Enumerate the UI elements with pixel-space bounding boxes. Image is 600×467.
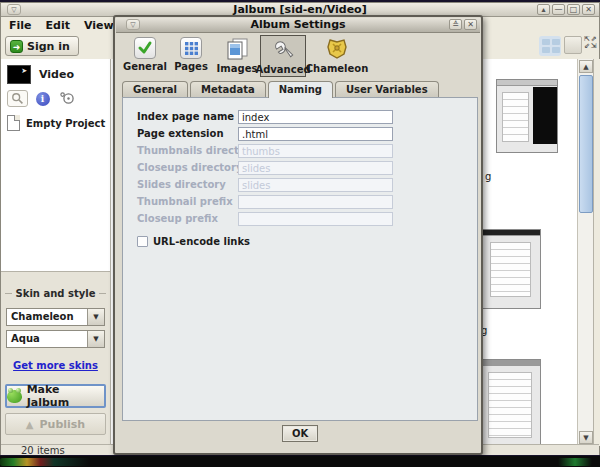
album-settings-dialog: ▽ Album Settings ≙ ✕ General	[113, 15, 483, 455]
window-right-margin	[593, 59, 600, 446]
get-more-skins-link[interactable]: Get more skins	[1, 360, 110, 371]
menu-file[interactable]: File	[9, 19, 32, 32]
item-count: 20 items	[21, 445, 65, 456]
url-encode-label: URL-encode links	[153, 236, 250, 247]
thumbnail-image[interactable]	[481, 359, 541, 446]
dialog-title: Album Settings	[116, 18, 480, 31]
sidebar-item-empty-project[interactable]: Empty Project	[7, 115, 105, 131]
publish-arrow-icon: ▲	[26, 419, 34, 430]
thumbnail-image[interactable]	[496, 79, 558, 153]
shade-button[interactable]: ▴	[537, 4, 550, 15]
empty-project-label: Empty Project	[26, 118, 105, 129]
images-icon	[225, 37, 249, 61]
style-dropdown[interactable]: Aqua ▼	[6, 330, 105, 348]
dialog-tabs: General Metadata Naming User Variables	[122, 81, 441, 98]
publish-label: Publish	[40, 418, 86, 431]
field-row: Closeups directory	[123, 161, 477, 175]
grid-view-icon[interactable]	[539, 36, 561, 56]
ok-button[interactable]: OK	[282, 425, 318, 442]
frog-icon	[7, 390, 22, 403]
dialog-titlebar[interactable]: ▽ Album Settings ≙ ✕	[116, 18, 480, 33]
field-row: Index page name	[123, 110, 477, 124]
field-label: Thumbnail prefix	[137, 196, 233, 207]
field-row: Thumbnail prefix	[123, 195, 477, 209]
chevron-down-icon[interactable]: ▼	[87, 331, 104, 347]
field-row: Slides directory	[123, 178, 477, 192]
taskbar	[0, 456, 600, 467]
toolbar-item-images[interactable]: Images	[214, 35, 260, 77]
slides-directory-input	[238, 178, 393, 192]
search-button[interactable]	[7, 90, 28, 107]
toolbar-item-general[interactable]: General	[122, 35, 168, 77]
skin-dropdown-value: Chameleon	[7, 309, 87, 325]
sign-in-arrow-icon: ➜	[10, 40, 23, 53]
sidebar-icon-row: i	[7, 90, 78, 107]
thumbnail-prefix-input	[238, 195, 393, 209]
taskbar-decoration	[0, 458, 90, 466]
minimize-button[interactable]: —	[552, 4, 565, 15]
dialog-shade-button[interactable]: ≙	[449, 19, 462, 30]
field-row: Closeup prefix	[123, 212, 477, 226]
field-label: Closeups directory	[137, 162, 242, 173]
field-label: Closeup prefix	[137, 213, 218, 224]
page-extension-input[interactable]	[238, 127, 393, 141]
url-encode-row: URL-encode links	[137, 236, 250, 247]
style-dropdown-value: Aqua	[7, 331, 87, 347]
tab-naming[interactable]: Naming	[268, 81, 333, 98]
taskbar-decoration	[558, 458, 592, 466]
field-label: Slides directory	[137, 179, 226, 190]
toolbar-item-advanced[interactable]: Advanced	[260, 35, 306, 77]
make-jalbum-label: Make Jalbum	[27, 383, 104, 409]
tab-user-variables[interactable]: User Variables	[335, 81, 439, 97]
make-jalbum-button[interactable]: Make Jalbum	[5, 384, 106, 408]
slideshow-button[interactable]	[57, 90, 78, 107]
tab-general[interactable]: General	[122, 81, 188, 97]
menu-view[interactable]: View	[84, 19, 114, 32]
thumbnail-caption: g	[485, 171, 491, 182]
info-button[interactable]: i	[32, 90, 53, 107]
publish-button: ▲ Publish	[5, 413, 106, 435]
sidebar: Video i	[1, 59, 111, 446]
check-icon	[134, 37, 156, 59]
closeup-prefix-input	[238, 212, 393, 226]
vertical-scrollbar[interactable]: ▲ ▼	[577, 59, 593, 446]
thumbnail-image[interactable]	[481, 229, 541, 309]
toolbar-item-pages[interactable]: Pages	[168, 35, 214, 77]
dialog-toolbar: General Pages	[118, 35, 478, 78]
skin-section-title: Skin and style	[16, 288, 96, 299]
menu-edit[interactable]: Edit	[46, 19, 70, 32]
scroll-up-icon[interactable]: ▲	[579, 60, 593, 73]
url-encode-checkbox[interactable]	[137, 236, 148, 247]
edit-image-icon[interactable]	[564, 36, 582, 54]
skin-panel: Skin and style Chameleon ▼ Aqua ▼ Get mo…	[1, 271, 110, 446]
chevron-down-icon[interactable]: ▼	[87, 309, 104, 325]
field-label: Page extension	[137, 128, 224, 139]
sign-in-button[interactable]: ➜ Sign in	[5, 36, 79, 56]
video-label: Video	[39, 68, 74, 81]
page-icon	[7, 115, 20, 131]
field-label: Index page name	[137, 111, 234, 122]
close-button[interactable]: ✕	[582, 4, 595, 15]
skin-section-header: Skin and style	[1, 288, 110, 299]
sidebar-item-video[interactable]: Video	[7, 65, 74, 84]
skin-dropdown[interactable]: Chameleon ▼	[6, 308, 105, 326]
pages-grid-icon	[180, 37, 202, 59]
tab-metadata[interactable]: Metadata	[190, 81, 266, 97]
scrollbar-thumb[interactable]	[579, 75, 593, 213]
video-thumbnail	[7, 65, 31, 84]
wrench-icon	[271, 38, 295, 62]
dialog-close-button[interactable]: ✕	[464, 19, 477, 30]
index-page-name-input[interactable]	[238, 110, 393, 124]
closeups-directory-input	[238, 161, 393, 175]
field-row: Thumbnails directory	[123, 144, 477, 158]
fullscreen-icon[interactable]: ⇱⇗⇙⇲	[584, 36, 599, 51]
field-row: Page extension	[123, 127, 477, 141]
desktop: ▽ Jalbum [sid-en/Video] ▴ — □ ✕ File Edi…	[0, 0, 600, 467]
naming-tab-panel: Index page name Page extension Thumbnail…	[122, 97, 478, 421]
chameleon-skin-icon	[325, 37, 349, 61]
scroll-down-icon[interactable]: ▼	[579, 431, 593, 444]
info-icon: i	[36, 92, 50, 106]
toolbar-item-chameleon[interactable]: Chameleon	[306, 35, 368, 77]
maximize-button[interactable]: □	[567, 4, 580, 15]
thumbnails-directory-input	[238, 144, 393, 158]
